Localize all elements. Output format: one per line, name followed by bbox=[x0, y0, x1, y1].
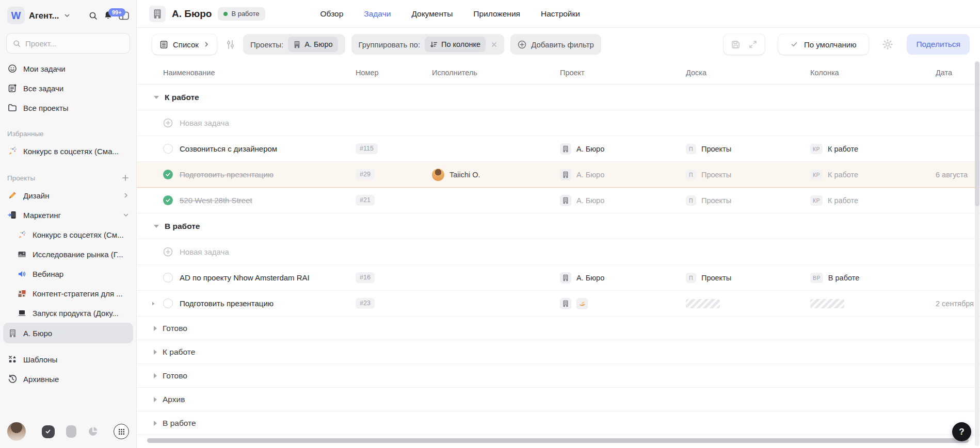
chevron-down-icon[interactable] bbox=[123, 212, 129, 218]
partner-project-icon[interactable] bbox=[576, 298, 588, 309]
project-search-input[interactable] bbox=[25, 39, 123, 48]
column-name[interactable]: К работе bbox=[828, 196, 858, 205]
sidebar-item-templates[interactable]: Шаблоны bbox=[3, 350, 133, 369]
close-icon[interactable] bbox=[491, 42, 497, 47]
task-row[interactable]: Подготовить презентацию#29Taiichi O.А. Б… bbox=[137, 162, 980, 188]
column-header-project[interactable]: Проект bbox=[560, 69, 686, 77]
view-switcher[interactable]: Список bbox=[152, 34, 217, 55]
user-avatar[interactable] bbox=[7, 422, 26, 441]
task-checkbox[interactable] bbox=[163, 298, 173, 308]
project-name[interactable]: А. Бюро bbox=[576, 196, 604, 205]
projects-filter-chip[interactable]: Проекты: А. Бюро bbox=[243, 34, 345, 55]
workspace-logo[interactable]: W bbox=[7, 7, 25, 24]
sidebar-item-all-tasks[interactable]: Все задачи bbox=[3, 78, 133, 98]
tab-overview[interactable]: Обзор bbox=[320, 9, 344, 19]
sidebar-item-research[interactable]: Исследование рынка (Г... bbox=[3, 244, 133, 264]
group-toggle-icon[interactable] bbox=[154, 225, 159, 228]
column-header-column[interactable]: Колонка bbox=[810, 69, 936, 77]
add-task-icon[interactable] bbox=[163, 118, 173, 128]
chevron-down-icon[interactable] bbox=[64, 12, 70, 19]
new-task-row[interactable]: Новая задача bbox=[137, 239, 980, 265]
group-header[interactable]: Архив bbox=[137, 388, 980, 411]
sidebar-item-webinar[interactable]: Вебинар bbox=[3, 264, 133, 284]
group-header[interactable]: Готово bbox=[137, 364, 980, 388]
sidebar-item-my-tasks[interactable]: Мои задачи bbox=[3, 59, 133, 78]
tasks-toggle-icon[interactable] bbox=[42, 425, 55, 438]
group-header[interactable]: К работе bbox=[137, 85, 980, 110]
vertical-scrollbar-thumb[interactable] bbox=[975, 62, 979, 206]
column-header-board[interactable]: Доска bbox=[686, 69, 810, 77]
sidebar-item-bureau[interactable]: А. Бюро bbox=[3, 323, 133, 343]
group-by-value[interactable]: По колонке bbox=[425, 37, 486, 52]
sidebar-item-archived[interactable]: Архивные bbox=[3, 369, 133, 389]
chevron-right-icon[interactable] bbox=[123, 192, 129, 198]
group-toggle-icon[interactable] bbox=[154, 373, 157, 378]
add-task-icon[interactable] bbox=[163, 247, 173, 257]
group-by-chip[interactable]: Группировать по: По колонке bbox=[351, 34, 505, 55]
tab-apps[interactable]: Приложения bbox=[473, 9, 520, 19]
add-filter-button[interactable]: Добавить фильтр bbox=[510, 34, 601, 55]
group-header[interactable]: В работе bbox=[137, 411, 980, 435]
project-name[interactable]: А. Бюро bbox=[576, 145, 604, 153]
projects-filter-value[interactable]: А. Бюро bbox=[288, 37, 338, 52]
workspace-name[interactable]: Агент... bbox=[29, 11, 59, 21]
help-button[interactable]: ? bbox=[952, 422, 971, 441]
sidebar-item-contest[interactable]: Конкурс в соцсетях (См... bbox=[3, 225, 133, 244]
save-icon[interactable] bbox=[731, 40, 741, 49]
gear-icon[interactable] bbox=[882, 39, 893, 50]
task-row[interactable]: Созвониться с дизайнером#115А. БюроППрое… bbox=[137, 136, 980, 162]
column-header-number[interactable]: Номер bbox=[356, 69, 432, 77]
project-name[interactable]: А. Бюро bbox=[576, 274, 604, 282]
board-name[interactable]: Проекты bbox=[701, 196, 731, 205]
new-task-row[interactable]: Новая задача bbox=[137, 110, 980, 136]
board-placeholder[interactable] bbox=[686, 299, 720, 308]
column-header-name[interactable]: Наименование bbox=[163, 69, 356, 77]
board-name[interactable]: Проекты bbox=[701, 274, 731, 282]
task-row[interactable]: 520 West 28th Street#21А. БюроППроектыКР… bbox=[137, 188, 980, 213]
expand-icon[interactable] bbox=[748, 40, 758, 49]
focus-toggle-icon[interactable] bbox=[66, 425, 76, 438]
task-checkbox-done[interactable] bbox=[163, 170, 173, 179]
pie-chart-icon[interactable] bbox=[88, 426, 98, 437]
task-row[interactable]: Подготовить презентацию#232 сентября bbox=[137, 291, 980, 317]
group-toggle-icon[interactable] bbox=[154, 96, 159, 99]
column-name[interactable]: К работе bbox=[828, 145, 858, 153]
tab-tasks[interactable]: Задачи bbox=[364, 9, 391, 19]
column-name[interactable]: В работе bbox=[828, 274, 859, 282]
group-header[interactable]: Готово bbox=[137, 317, 980, 340]
sidebar-item-marketing[interactable]: Маркетинг bbox=[3, 205, 133, 225]
sidebar-item-design[interactable]: Дизайн bbox=[3, 186, 133, 205]
column-header-date[interactable]: Дата bbox=[936, 69, 980, 77]
column-placeholder[interactable] bbox=[810, 299, 844, 308]
group-toggle-icon[interactable] bbox=[154, 350, 157, 355]
group-header[interactable]: В работе bbox=[137, 213, 980, 239]
group-toggle-icon[interactable] bbox=[154, 397, 157, 402]
sidebar-item-favorite-contest[interactable]: Конкурс в соцсетях (Сма... bbox=[3, 141, 133, 161]
group-toggle-icon[interactable] bbox=[154, 421, 157, 426]
task-checkbox[interactable] bbox=[163, 144, 173, 154]
board-name[interactable]: Проекты bbox=[701, 171, 731, 179]
project-name[interactable]: А. Бюро bbox=[576, 171, 604, 179]
group-header[interactable]: К работе bbox=[137, 340, 980, 364]
task-row[interactable]: AD по проекту Nhow Amsterdam RAI#16А. Бю… bbox=[137, 265, 980, 291]
task-checkbox[interactable] bbox=[163, 273, 173, 283]
building-icon[interactable] bbox=[560, 298, 571, 309]
notifications-bell-icon[interactable]: 99+ bbox=[104, 11, 113, 20]
sliders-icon[interactable] bbox=[226, 40, 235, 49]
sidebar-item-all-projects[interactable]: Все проекты bbox=[3, 98, 133, 118]
status-badge[interactable]: В работе bbox=[218, 7, 265, 21]
task-checkbox-done[interactable] bbox=[163, 195, 173, 205]
add-project-icon[interactable] bbox=[122, 174, 129, 181]
tab-settings[interactable]: Настройки bbox=[541, 9, 580, 19]
tab-documents[interactable]: Документы bbox=[411, 9, 453, 19]
apps-grid-button[interactable] bbox=[114, 424, 129, 439]
board-name[interactable]: Проекты bbox=[701, 145, 731, 153]
horizontal-scrollbar[interactable] bbox=[147, 438, 969, 443]
search-icon[interactable] bbox=[89, 11, 98, 20]
sidebar-item-content-strategy[interactable]: Контент-стратегия для ... bbox=[3, 284, 133, 303]
preset-selector[interactable]: По умолчанию bbox=[778, 34, 869, 55]
assignee-avatar[interactable] bbox=[432, 169, 444, 181]
group-toggle-icon[interactable] bbox=[154, 326, 157, 331]
column-header-assignee[interactable]: Исполнитель bbox=[432, 69, 560, 77]
sidebar-item-product-launch[interactable]: Запуск продукта (Доку... bbox=[3, 303, 133, 323]
